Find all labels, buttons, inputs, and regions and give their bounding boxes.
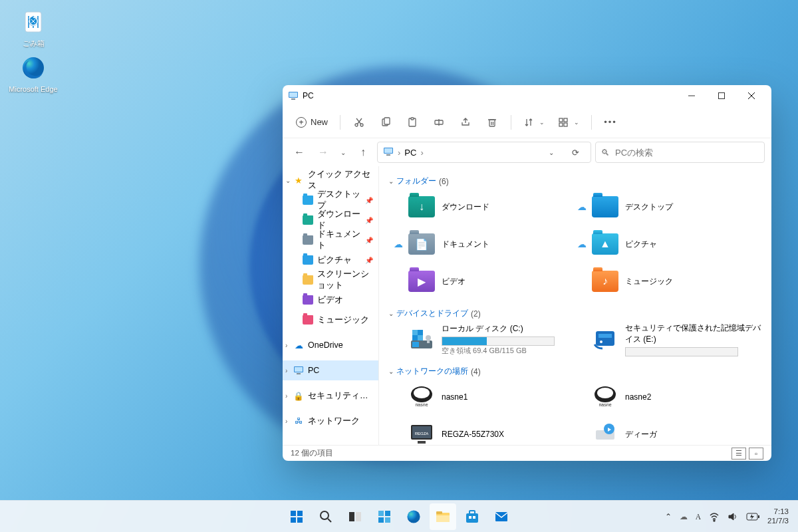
star-icon: ★ bbox=[293, 175, 304, 186]
view-button[interactable]: ⌄ bbox=[553, 112, 585, 133]
icons-view-button[interactable]: ▫ bbox=[749, 448, 763, 460]
minimize-button[interactable] bbox=[676, 86, 706, 106]
sidebar-quick-access[interactable]: ⌄ ★ クイック アクセス bbox=[283, 170, 378, 190]
new-button[interactable]: + New bbox=[291, 112, 333, 133]
pin-icon: 📌 bbox=[365, 197, 373, 204]
back-button[interactable]: ← bbox=[289, 142, 309, 162]
folder-icon bbox=[592, 194, 618, 220]
sidebar-onedrive[interactable]: › ☁ OneDrive bbox=[283, 335, 378, 355]
svg-rect-37 bbox=[412, 330, 418, 335]
sidebar-item[interactable]: スクリーンショット bbox=[283, 270, 378, 290]
folder-item[interactable]: ☁📄ドキュメント bbox=[408, 228, 579, 260]
search-input[interactable] bbox=[615, 148, 759, 158]
content-pane: ⌄ フォルダー (6) ↓ダウンロード☁デスクトップ☁📄ドキュメント☁▲ピクチャ… bbox=[379, 166, 771, 445]
network-device-item[interactable]: nasnenasne1 bbox=[408, 381, 579, 413]
maximize-button[interactable] bbox=[706, 86, 736, 106]
drive-item[interactable]: ローカル ディスク (C:)空き領域 69.4 GB/115 GB bbox=[408, 323, 579, 355]
folder-item[interactable]: ☁デスクトップ bbox=[592, 191, 762, 223]
store-taskbar-button[interactable] bbox=[459, 503, 485, 530]
search-bar[interactable]: 🔍︎ bbox=[595, 142, 765, 163]
folder-item[interactable]: ↓ダウンロード bbox=[408, 191, 579, 223]
svg-rect-20 bbox=[489, 120, 495, 126]
folder-item[interactable]: ☁▲ピクチャ bbox=[592, 228, 762, 260]
up-button[interactable]: ↑ bbox=[353, 142, 373, 162]
edge-taskbar-button[interactable] bbox=[400, 503, 427, 530]
address-bar[interactable]: › PC › ⌄ ⟳ bbox=[377, 142, 591, 163]
chevron-down-icon: ⌄ bbox=[388, 178, 394, 185]
network-device-item[interactable]: ディーガ bbox=[592, 418, 762, 445]
group-network-header[interactable]: ⌄ ネットワークの場所 (4) bbox=[388, 362, 762, 381]
svg-rect-15 bbox=[384, 118, 390, 124]
more-button[interactable]: ••• bbox=[598, 112, 622, 133]
svg-rect-42 bbox=[598, 334, 612, 338]
refresh-button[interactable]: ⟳ bbox=[565, 142, 585, 162]
svg-rect-65 bbox=[385, 511, 390, 516]
delete-button[interactable] bbox=[480, 112, 504, 133]
group-folders-header[interactable]: ⌄ フォルダー (6) bbox=[388, 172, 762, 191]
sidebar-network[interactable]: › 🖧 ネットワーク bbox=[283, 411, 378, 431]
nav-row: ← → ⌄ ↑ › PC › ⌄ ⟳ 🔍︎ bbox=[283, 138, 771, 166]
taskview-button[interactable] bbox=[342, 503, 368, 530]
folder-label: ダウンロード bbox=[442, 201, 579, 213]
details-view-button[interactable]: ☰ bbox=[732, 448, 746, 460]
folder-item[interactable]: ▶ビデオ bbox=[408, 265, 579, 297]
drive-item[interactable]: セキュリティで保護された記憶域デバイス (E:) bbox=[592, 323, 762, 355]
network-device-item[interactable]: REGZAREGZA-55Z730X bbox=[408, 418, 579, 445]
widgets-button[interactable] bbox=[371, 503, 398, 530]
mail-taskbar-button[interactable] bbox=[488, 503, 515, 530]
sidebar-item-label: ミュージック bbox=[317, 315, 369, 326]
recent-button[interactable]: ⌄ bbox=[337, 142, 349, 162]
network-icon: 🖧 bbox=[293, 416, 304, 426]
tray-overflow-button[interactable]: ⌃ bbox=[665, 512, 672, 521]
start-button[interactable] bbox=[283, 503, 310, 530]
svg-rect-63 bbox=[356, 512, 361, 521]
rename-button[interactable] bbox=[427, 112, 451, 133]
forward-button[interactable]: → bbox=[313, 142, 333, 162]
svg-point-43 bbox=[600, 340, 602, 343]
address-dropdown-button[interactable]: ⌄ bbox=[541, 142, 561, 162]
search-button[interactable] bbox=[313, 503, 339, 530]
sidebar-item[interactable]: ビデオ bbox=[283, 290, 378, 310]
wifi-icon[interactable] bbox=[709, 511, 720, 522]
explorer-taskbar-button[interactable] bbox=[430, 503, 456, 530]
pin-icon: 📌 bbox=[365, 257, 373, 264]
breadcrumb-pc[interactable]: PC bbox=[404, 148, 416, 158]
taskbar-clock[interactable]: 7:13 21/7/3 bbox=[767, 507, 789, 526]
drive-icon bbox=[592, 326, 618, 352]
cut-button[interactable] bbox=[347, 112, 371, 133]
ime-indicator[interactable]: A bbox=[696, 513, 701, 521]
sidebar-item[interactable]: ミュージック bbox=[283, 310, 378, 330]
device-label: REGZA-55Z730X bbox=[442, 430, 579, 439]
battery-icon[interactable] bbox=[746, 513, 759, 521]
chevron-right-icon: › bbox=[285, 367, 287, 374]
sidebar-item[interactable]: ドキュメント📌 bbox=[283, 230, 378, 250]
svg-line-61 bbox=[328, 519, 331, 522]
volume-icon[interactable] bbox=[728, 511, 738, 522]
sidebar-item[interactable]: ダウンロード📌 bbox=[283, 210, 378, 230]
svg-point-77 bbox=[714, 520, 715, 521]
sidebar-item[interactable]: ピクチャ📌 bbox=[283, 250, 378, 270]
paste-button[interactable] bbox=[400, 112, 424, 133]
svg-rect-41 bbox=[596, 331, 614, 346]
folder-icon bbox=[303, 315, 313, 325]
taskbar: ⌃ ☁ A 7:13 21/7/3 bbox=[0, 500, 798, 532]
onedrive-tray-icon[interactable]: ☁ bbox=[680, 512, 688, 521]
device-icon bbox=[592, 421, 618, 445]
share-button[interactable] bbox=[454, 112, 477, 133]
close-button[interactable] bbox=[736, 86, 766, 106]
plus-icon: + bbox=[296, 117, 307, 128]
svg-rect-74 bbox=[469, 516, 471, 519]
group-drives-header[interactable]: ⌄ デバイスとドライブ (2) bbox=[388, 304, 762, 323]
copy-button[interactable] bbox=[374, 112, 398, 133]
desktop-icon-recycle-bin[interactable]: ごみ箱 bbox=[7, 7, 60, 49]
sidebar-item-label: ドキュメント bbox=[317, 229, 361, 251]
network-device-item[interactable]: nasnenasne2 bbox=[592, 381, 762, 413]
sidebar-pc[interactable]: › PC bbox=[283, 360, 378, 380]
folder-item[interactable]: ♪ミュージック bbox=[592, 265, 762, 297]
sort-button[interactable]: ⌄ bbox=[518, 112, 550, 133]
svg-rect-75 bbox=[473, 516, 475, 519]
desktop-icon-edge[interactable]: Microsoft Edge bbox=[7, 53, 60, 93]
sidebar-secured-storage[interactable]: › 🔒 セキュリティで保護された bbox=[283, 386, 378, 406]
svg-rect-56 bbox=[291, 511, 296, 516]
sidebar-item[interactable]: デスクトップ📌 bbox=[283, 190, 378, 210]
